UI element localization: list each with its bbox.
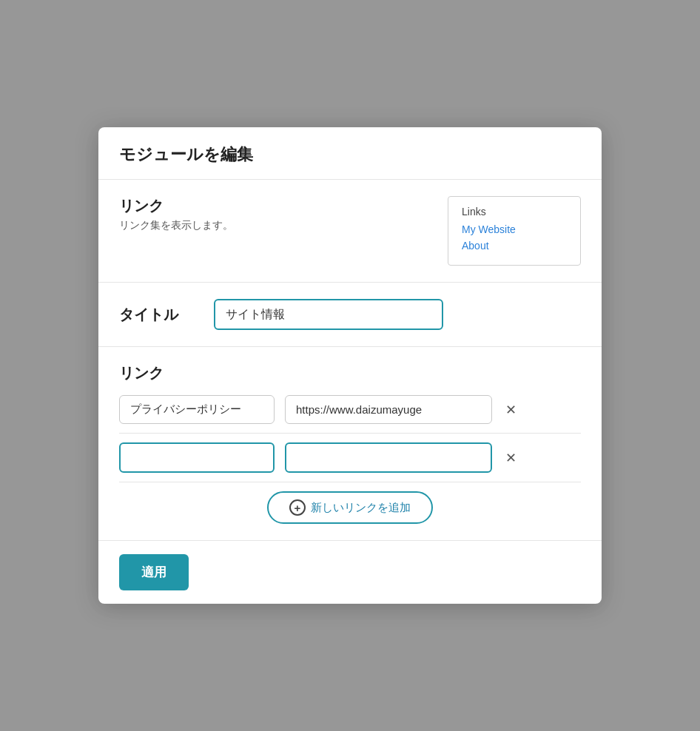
modal-footer: 適用 (98, 541, 602, 604)
preview-link-1[interactable]: About (462, 240, 567, 252)
link-row-focused: ✕ (119, 442, 581, 482)
preview-box: Links My Website About (448, 196, 581, 266)
section-top: リンク リンク集を表示します。 Links My Website About (119, 196, 581, 266)
title-input[interactable] (214, 299, 443, 330)
modal-overlay: モジュールを編集 リンク リンク集を表示します。 Links My Websit… (0, 0, 700, 731)
section-link-label: リンク (119, 196, 233, 216)
modal-dialog: モジュールを編集 リンク リンク集を表示します。 Links My Websit… (98, 127, 602, 604)
preview-box-title: Links (462, 206, 567, 218)
links-section: リンク ✕ ✕ + 新しいリンクを追加 (98, 347, 602, 541)
link-name-input-1[interactable] (119, 442, 275, 473)
title-section: タイトル (98, 283, 602, 347)
link-name-input-0[interactable] (119, 395, 275, 424)
apply-button[interactable]: 適用 (119, 554, 189, 590)
link-row: ✕ (119, 395, 581, 434)
preview-link-0[interactable]: My Website (462, 223, 567, 235)
title-field-label: タイトル (119, 305, 193, 325)
add-link-row: + 新しいリンクを追加 (119, 491, 581, 524)
link-remove-button-1[interactable]: ✕ (499, 448, 522, 468)
add-link-label: 新しいリンクを追加 (311, 501, 411, 515)
title-field-row: タイトル (119, 299, 581, 330)
section-left: リンク リンク集を表示します。 (119, 196, 233, 232)
links-section-label: リンク (119, 363, 581, 383)
section-link-desc: リンク集を表示します。 (119, 219, 233, 232)
plus-circle-icon: + (289, 499, 306, 516)
link-section: リンク リンク集を表示します。 Links My Website About (98, 180, 602, 283)
link-url-input-1[interactable] (285, 442, 492, 473)
modal-header: モジュールを編集 (98, 127, 602, 180)
add-link-button[interactable]: + 新しいリンクを追加 (267, 491, 433, 524)
link-remove-button-0[interactable]: ✕ (499, 400, 522, 420)
link-url-input-0[interactable] (285, 395, 492, 424)
modal-title: モジュールを編集 (119, 144, 581, 166)
